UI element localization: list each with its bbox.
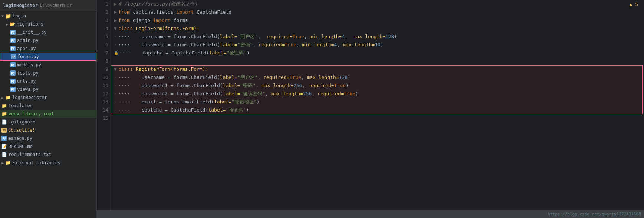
- sidebar-label: venv library root: [9, 111, 95, 116]
- py-file-icon: py: [10, 70, 16, 76]
- code-line-9: ▼ class RegisterForm(forms.Form):: [114, 65, 641, 73]
- code-line-14: · ···· captcha = CaptchaField(label='验证码…: [114, 106, 641, 114]
- code-line-11: · ···· password1 = forms.CharField(label…: [114, 82, 641, 90]
- sidebar-label: forms.py: [17, 54, 95, 59]
- line-num: 15: [99, 114, 108, 122]
- sidebar-label: manage.py: [8, 136, 95, 141]
- sidebar-label: db.sqlite3: [8, 128, 95, 133]
- sidebar-label: urls.py: [17, 79, 95, 84]
- sidebar-title: loginRegister: [3, 3, 38, 8]
- sidebar-label: apps.py: [17, 46, 95, 51]
- code-line-12: · ···· password2 = forms.CharField(label…: [114, 90, 641, 98]
- code-lines[interactable]: ▶ # /login/forms.py(新建的文件） ▶ from captch…: [111, 0, 644, 210]
- line-num: 7: [99, 49, 108, 57]
- sidebar-item-loginregister[interactable]: ▶ 📁 loginRegister: [0, 93, 96, 102]
- sidebar-label: tests.py: [17, 70, 95, 76]
- sidebar-item-requirements[interactable]: 📄 requirements.txt: [0, 151, 96, 159]
- sidebar-label: login: [13, 13, 95, 19]
- sidebar-item-manage[interactable]: py manage.py: [0, 134, 96, 142]
- line-num: 9: [99, 65, 108, 73]
- line-num: 10: [99, 73, 108, 82]
- code-line-5: · ···· username = forms.CharField(label=…: [114, 33, 641, 41]
- status-url: https://blog.csdn.net/qwerty1372431588: [548, 212, 641, 217]
- line-num: 1: [99, 0, 108, 8]
- folder-icon: 📁: [1, 111, 7, 116]
- chevron-right-icon: ▶: [1, 96, 4, 100]
- code-line-2: ▶ from captcha.fields import CaptchaFiel…: [114, 8, 641, 16]
- sidebar-label: views.py: [17, 87, 95, 92]
- line-num: 3: [99, 16, 108, 24]
- sidebar-label: loginRegister: [12, 95, 95, 100]
- code-text: # /login/forms.py(新建的文件）: [118, 0, 200, 8]
- code-line-7: 🔒 ···· captcha = CaptchaField(label="验证码…: [114, 49, 641, 57]
- folder-icon: 📁: [5, 95, 11, 100]
- py-file-icon: py: [10, 62, 16, 67]
- py-file-icon: py: [10, 30, 16, 35]
- py-file-icon: py: [10, 46, 16, 51]
- sidebar-label: templates: [9, 103, 95, 108]
- sidebar-item-venv[interactable]: 📁 venv library root: [0, 110, 96, 118]
- py-file-icon: py: [1, 136, 7, 141]
- sidebar-path: D:\pycharm pr: [40, 3, 72, 8]
- code-area: ▲ 5 1 2 3 4 5 6 7 8 9 10 11 12 13 14 15 …: [97, 0, 644, 210]
- sidebar-item-forms[interactable]: py forms.py: [0, 53, 96, 61]
- folder-icon: 📁: [1, 103, 7, 108]
- py-file-icon: py: [11, 54, 16, 59]
- folder-icon: 📁: [5, 160, 11, 165]
- sidebar-item-views[interactable]: py views.py: [0, 85, 96, 93]
- py-file-icon: py: [10, 87, 16, 92]
- code-line-3: ▶ from django import forms: [114, 16, 641, 24]
- file-icon: 📄: [1, 152, 7, 157]
- line-num: 12: [99, 90, 108, 98]
- warning-badge: ▲ 5: [630, 1, 638, 7]
- sidebar-item-templates[interactable]: 📁 templates: [0, 102, 96, 110]
- sidebar-item-gitignore[interactable]: 📄 .gitignore: [0, 118, 96, 126]
- code-line-4: ▼ class LoginForm(forms.Form):: [114, 24, 641, 33]
- code-line-13: · ···· email = forms.EmailField(label="邮…: [114, 98, 641, 106]
- line-num: 2: [99, 8, 108, 16]
- line-num: 6: [99, 41, 108, 49]
- line-num: 13: [99, 98, 108, 106]
- sidebar-label: requirements.txt: [9, 152, 95, 157]
- chevron-down-icon: ▼: [1, 14, 4, 18]
- line-num: 4: [99, 24, 108, 33]
- sidebar-item-models[interactable]: py models.py: [0, 61, 96, 69]
- db-icon: db: [1, 128, 7, 133]
- md-icon: 📝: [1, 144, 7, 149]
- code-editor: ▲ 5 1 2 3 4 5 6 7 8 9 10 11 12 13 14 15 …: [97, 0, 644, 218]
- line-num: 5: [99, 33, 108, 41]
- line-num: 14: [99, 106, 108, 114]
- sidebar-header: loginRegister D:\pycharm pr: [0, 0, 96, 11]
- py-file-icon: py: [10, 79, 16, 84]
- sidebar-item-readme[interactable]: 📝 README.md: [0, 142, 96, 151]
- folder-icon: 📁: [5, 13, 11, 19]
- sidebar-item-migrations[interactable]: ▶ 📂 migrations: [0, 20, 96, 28]
- code-line-6: · ···· password = forms.CharField(label=…: [114, 41, 641, 49]
- code-line-10: · ···· username = forms.CharField(label=…: [114, 73, 641, 82]
- sidebar-item-login[interactable]: ▼ 📁 login: [0, 12, 96, 20]
- sidebar-item-init[interactable]: py __init__.py: [0, 28, 96, 36]
- code-line-15: [114, 114, 641, 122]
- sidebar-item-external[interactable]: ▶ 📁 External Libraries: [0, 159, 96, 167]
- folder-icon: 📂: [10, 22, 15, 27]
- sidebar-item-admin[interactable]: py admin.py: [0, 36, 96, 44]
- chevron-right-icon: ▶: [6, 22, 8, 26]
- code-line-8: [114, 57, 641, 65]
- line-numbers: 1 2 3 4 5 6 7 8 9 10 11 12 13 14 15: [97, 0, 111, 210]
- lock-icon: 🔒: [114, 49, 118, 57]
- sidebar-label: External Libraries: [12, 160, 95, 165]
- chevron-right-icon: ▶: [1, 161, 4, 165]
- status-bar: https://blog.csdn.net/qwerty1372431588: [97, 210, 644, 218]
- sidebar-item-tests[interactable]: py tests.py: [0, 69, 96, 77]
- sidebar: loginRegister D:\pycharm pr ▼ 📁 login ▶ …: [0, 0, 97, 218]
- sidebar-item-db[interactable]: db db.sqlite3: [0, 126, 96, 134]
- sidebar-item-urls[interactable]: py urls.py: [0, 77, 96, 85]
- sidebar-label: admin.py: [17, 38, 95, 43]
- line-num: 8: [99, 57, 108, 65]
- py-file-icon: py: [10, 38, 16, 43]
- sidebar-item-apps[interactable]: py apps.py: [0, 44, 96, 53]
- sidebar-label: models.py: [17, 62, 95, 67]
- sidebar-label: README.md: [9, 144, 95, 149]
- register-form-block: ▼ class RegisterForm(forms.Form): · ····…: [114, 65, 641, 114]
- sidebar-label: migrations: [17, 22, 95, 27]
